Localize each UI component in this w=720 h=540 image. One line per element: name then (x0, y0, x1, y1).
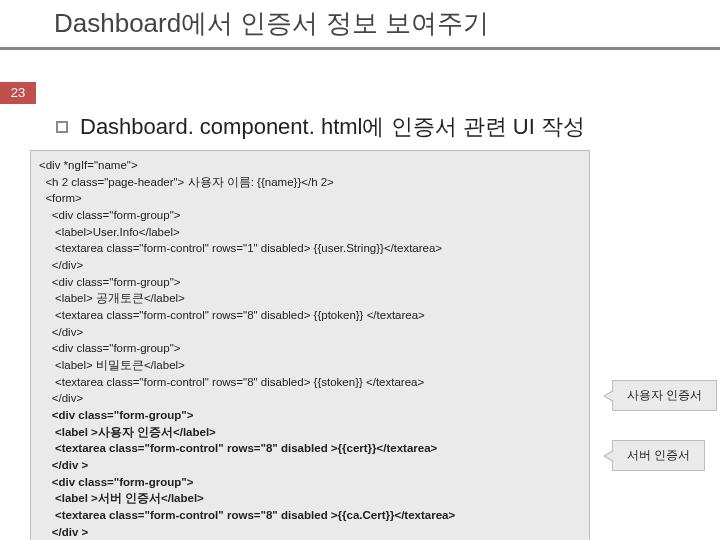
code-line: <div class="form-group"> (39, 209, 180, 221)
code-line: </div> (39, 259, 83, 271)
code-line: </div > (39, 526, 88, 538)
code-line: <textarea class="form-control" rows="1" … (39, 242, 442, 254)
callout-server-cert: 서버 인증서 (612, 440, 705, 471)
bullet-row: Dashboard. component. html에 인증서 관련 UI 작성 (56, 112, 585, 142)
callout-user-cert: 사용자 인증서 (612, 380, 717, 411)
code-line: <textarea class="form-control" rows="8" … (39, 376, 424, 388)
code-line: <div *ngIf="name"> (39, 159, 138, 171)
code-line: </div > (39, 459, 88, 471)
code-line: <div class="form-group"> (39, 409, 193, 421)
code-line: </div> (39, 392, 83, 404)
code-line: <div class="form-group"> (39, 276, 180, 288)
code-line: <label> 공개토큰</label> (39, 292, 185, 304)
slide-title: Dashboard에서 인증서 정보 보여주기 (0, 0, 720, 50)
bullet-text: Dashboard. component. html에 인증서 관련 UI 작성 (80, 112, 585, 142)
code-line: <h 2 class="page-header"> 사용자 이름: {{name… (39, 176, 334, 188)
code-line: </div> (39, 326, 83, 338)
slide-number-badge: 23 (0, 82, 36, 104)
bullet-icon (56, 121, 68, 133)
slide: Dashboard에서 인증서 정보 보여주기 23 Dashboard. co… (0, 0, 720, 540)
code-line: <label >사용자 인증서</label> (39, 426, 216, 438)
code-line: <textarea class="form-control" rows="8" … (39, 309, 425, 321)
code-line: <textarea class="form-control" rows="8" … (39, 442, 437, 454)
code-line: <label >서버 인증서</label> (39, 492, 204, 504)
code-line: <div class="form-group"> (39, 342, 180, 354)
code-line: <label> 비밀토큰</label> (39, 359, 185, 371)
code-line: <div class="form-group"> (39, 476, 193, 488)
code-line: <textarea class="form-control" rows="8" … (39, 509, 455, 521)
code-block: <div *ngIf="name"> <h 2 class="page-head… (30, 150, 590, 540)
code-line: <form> (39, 192, 82, 204)
code-line: <label>User.Info</label> (39, 226, 180, 238)
